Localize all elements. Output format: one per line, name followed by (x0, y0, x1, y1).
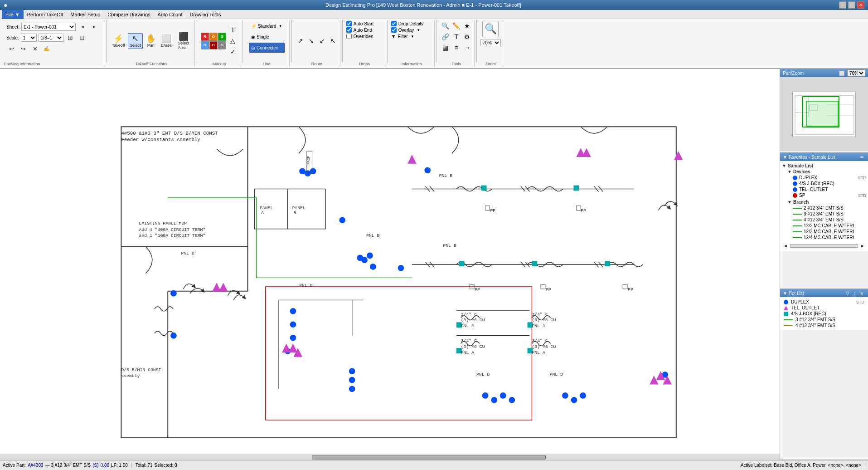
erase-button[interactable]: ⬜ Erase (159, 33, 174, 49)
sheet-next[interactable]: ► (89, 22, 99, 32)
menu-perform-takeoff[interactable]: Perform TakeOff (24, 10, 67, 19)
hotlist-jbox[interactable]: 4/S J-BOX (REC) (782, 311, 866, 317)
menu-compare-drawings[interactable]: Compare Drawings (104, 10, 154, 19)
auto-end-check[interactable] (346, 27, 352, 33)
maximize-button[interactable]: □ (848, 1, 855, 9)
route-icon2[interactable]: ↘ (306, 36, 316, 46)
h-scrollbar-thumb[interactable] (312, 455, 546, 460)
active-part-value: 0.00 (101, 463, 109, 468)
color-orange[interactable]: O (209, 33, 218, 41)
tool-link[interactable]: 🔗 (441, 32, 451, 42)
erase-icon: ⬜ (161, 34, 171, 43)
total-section: Total: 71 Selected: 0 (136, 463, 181, 468)
h-scrollbar[interactable] (0, 454, 780, 460)
auto-start-check[interactable] (346, 21, 352, 26)
scale-denom-select[interactable]: 1/8=1 (39, 34, 63, 42)
hotlist-sort-icon[interactable]: ↕ (852, 290, 858, 296)
select-area-button[interactable]: ⬛ SelectArea (175, 31, 193, 51)
branch-mc22[interactable]: 12/2 MC CABLE W/TERI (793, 223, 866, 229)
branch-mc23[interactable]: 12/3 MC CABLE W/TERI (793, 229, 866, 235)
pan-button[interactable]: ✋ Pan (144, 33, 158, 49)
undo-button[interactable]: ↩ (6, 44, 16, 54)
branch-2-12[interactable]: 2 #12 3/4" EMT S/S (793, 205, 866, 211)
svg-text:3/4" C: 3/4" C (532, 338, 548, 343)
scale-action2[interactable]: ⊟ (77, 33, 87, 43)
line-buttons: ⚡ Standard ▼ ◉ Single ◎ Connected (249, 21, 285, 53)
drop-details-check[interactable] (391, 21, 397, 26)
svg-point-26 (339, 217, 345, 223)
svg-rect-62 (481, 186, 487, 191)
route-icon4[interactable]: ↖ (328, 36, 338, 46)
sign-button[interactable]: ✍ (42, 44, 52, 54)
sheet-prev[interactable]: ◄ (78, 22, 87, 32)
color-red[interactable]: R (201, 33, 209, 41)
color-gray[interactable]: G (218, 41, 226, 49)
tool-list[interactable]: ≡ (451, 43, 461, 53)
hotlist-config-icon[interactable]: ≡ (859, 290, 865, 296)
device-tel[interactable]: TEL. OUTLET (793, 186, 866, 192)
zoom-select[interactable]: 70% 50% 100% 150% (480, 39, 501, 46)
hotlist-tel[interactable]: TEL. OUTLET (782, 305, 866, 311)
markup-text-icon[interactable]: T (228, 25, 238, 35)
branch-3-12[interactable]: 3 #12 3/4" EMT S/S (793, 211, 866, 217)
color-lightblue[interactable]: B (201, 41, 209, 49)
menu-marker-setup[interactable]: Marker Setup (67, 10, 104, 19)
overlay-check[interactable] (391, 27, 397, 33)
hotlist-3-12[interactable]: 3 #12 3/4" EMT S/S (782, 317, 866, 323)
tool-edit[interactable]: ✏️ (451, 21, 461, 31)
redo-button[interactable]: ↪ (18, 44, 28, 54)
route-icon1[interactable]: ↗ (296, 36, 305, 46)
route-icon3[interactable]: ↙ (317, 36, 327, 46)
canvas-area[interactable]: 4#500 &1#3 3" EMT D/S B/MIN CONST Feeder… (0, 69, 780, 460)
svg-point-34 (290, 308, 296, 314)
tool-settings[interactable]: ⚙ (462, 32, 472, 42)
color-darkred[interactable]: D (209, 41, 218, 49)
hotlist-4-12[interactable]: 4 #12 3/4" EMT S/S (782, 323, 866, 328)
favorites-edit-icon[interactable]: ✏ (859, 154, 865, 160)
menu-auto-count[interactable]: Auto Count (154, 10, 186, 19)
branch-label: ▼ Branch (787, 199, 866, 205)
connected-button[interactable]: ◎ Connected (249, 43, 285, 53)
menu-file[interactable]: File ▼ (2, 10, 24, 19)
favorites-scroll-right[interactable]: ► (859, 242, 866, 250)
zoom-glass-icon[interactable]: 🔍 (482, 21, 499, 37)
svg-point-38 (349, 368, 355, 374)
favorites-scroll-left[interactable]: ◄ (782, 242, 789, 250)
scale-action1[interactable]: ⊞ (65, 33, 75, 43)
svg-text:D/S B/MIN CONST: D/S B/MIN CONST (121, 367, 161, 372)
tool-grid[interactable]: ▦ (441, 43, 451, 53)
select-button[interactable]: ↖ Select (128, 33, 143, 49)
minimize-button[interactable]: ─ (839, 1, 846, 9)
markup-shape-icon[interactable]: △ (228, 36, 238, 46)
device-sp[interactable]: SP STD (793, 192, 866, 198)
close-button[interactable]: ✕ (857, 1, 864, 9)
branch-text: Branch (793, 200, 809, 205)
overrides-check[interactable] (346, 34, 352, 39)
panzoom-zoom[interactable]: 70% (847, 69, 865, 77)
hotlist-filter-icon[interactable]: ▽ (844, 290, 851, 296)
device-jbox[interactable]: 4/S J-BOX (REC) (793, 181, 866, 186)
overrides-label: Overrides (354, 34, 373, 39)
sheet-select[interactable]: E-1 - Power-001 (21, 23, 76, 31)
tool-search[interactable]: 🔍 (441, 21, 451, 31)
menu-drawing-tools[interactable]: Drawing Tools (186, 10, 225, 19)
tool-arrow[interactable]: → (462, 43, 472, 53)
svg-point-39 (349, 377, 355, 383)
delete-button[interactable]: ✕ (30, 44, 40, 54)
branch-4-12[interactable]: 4 #12 3/4" EMT S/S (793, 217, 866, 223)
tool-star[interactable]: ★ (462, 21, 472, 31)
scale-row: Scale: 1 1/8=1 ⊞ ⊟ (6, 33, 99, 43)
drawing-info-label: Drawing Information (4, 61, 40, 66)
tool-text[interactable]: T (451, 32, 461, 42)
takeoff-button[interactable]: ⚡ Takeoff (110, 33, 127, 49)
device-duplex[interactable]: DUPLEX STD (793, 175, 866, 181)
hotlist-duplex[interactable]: DUPLEX STD (782, 299, 866, 305)
standard-button[interactable]: ⚡ Standard ▼ (249, 21, 285, 31)
color-green[interactable]: G (218, 33, 226, 41)
panzoom-icon1[interactable]: ⬜ (838, 69, 845, 77)
scale-num-select[interactable]: 1 (21, 34, 37, 42)
drawing-canvas[interactable]: 4#500 &1#3 3" EMT D/S B/MIN CONST Feeder… (0, 69, 780, 460)
single-button[interactable]: ◉ Single (249, 32, 285, 42)
branch-mc24[interactable]: 12/4 MC CABLE W/TERI (793, 235, 866, 240)
markup-check-icon[interactable]: ✓ (228, 47, 238, 57)
